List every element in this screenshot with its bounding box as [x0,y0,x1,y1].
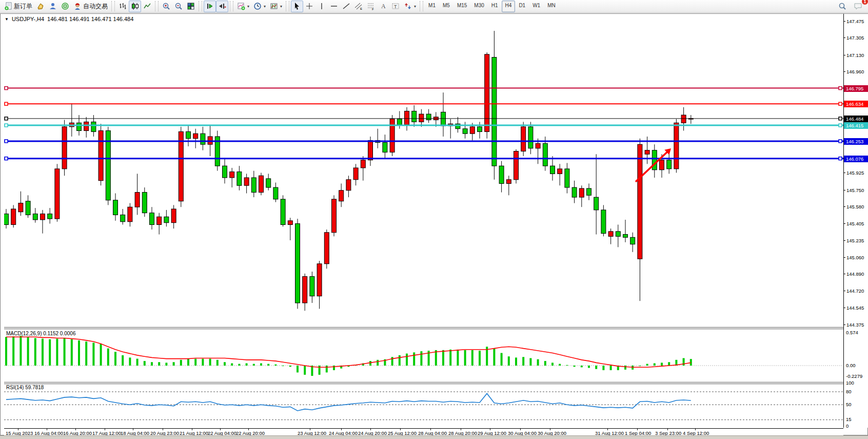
chart-shift-button[interactable] [216,1,228,12]
text-label-icon: T [391,2,400,10]
macd-histogram-bar [566,365,568,366]
periods-button[interactable]: ▾ [251,1,268,12]
text-label-button[interactable]: T [389,1,402,12]
cursor-icon [293,2,301,10]
candle-down [587,188,591,195]
candlestick-icon [131,2,139,10]
zoom-in-icon [162,2,170,10]
candle-up [485,54,489,132]
tab-m5[interactable]: M5 [439,1,453,12]
candle-down [4,214,9,225]
horizontal-line-button[interactable] [328,1,340,12]
macd-histogram-bar [406,354,408,366]
candle-up [339,190,344,201]
candle-up [324,233,329,264]
price-tick: 147.475 [846,18,864,24]
tab-m1[interactable]: M1 [425,1,439,12]
candle-up [11,209,16,224]
chart-shift-icon [218,2,226,10]
time-tick [192,429,192,430]
chevron-down-icon[interactable]: ▾ [264,4,266,9]
vertical-line-button[interactable] [315,1,328,12]
chevron-down-icon[interactable]: ▾ [247,4,249,9]
fibonacci-button[interactable]: F [365,1,377,12]
tab-h1[interactable]: H1 [488,1,502,12]
candle-down [601,210,606,234]
cursor-button[interactable] [291,1,303,12]
zoom-out-button[interactable] [172,1,185,12]
macd-histogram-bar [282,366,284,366]
template-button[interactable]: ▾ [268,1,284,12]
macd-panel-svg[interactable]: MACD(12,26,9) 0.1152 0.0006 [4,329,843,382]
price-tick: 145.235 [846,238,864,243]
time-tick [341,429,342,430]
indicators-button[interactable]: ▾ [235,1,251,12]
macd-histogram-bar [187,359,189,366]
macd-histogram-bar [151,362,153,366]
tab-m30[interactable]: M30 [470,1,487,12]
text-icon: A [379,2,387,10]
hline-handle[interactable] [839,140,842,143]
macd-histogram-bar [646,364,648,366]
signal-button[interactable] [59,1,71,12]
auto-scroll-button[interactable] [204,1,216,12]
main-chart-svg[interactable] [4,23,843,327]
macd-histogram-bar [588,366,590,368]
hline-handle[interactable] [5,157,8,160]
notifications-button[interactable]: 1 [852,1,865,12]
candle-down [201,133,205,144]
hline-handle[interactable] [5,102,8,105]
zoom-in-button[interactable] [160,1,172,12]
arrows-button[interactable]: ▾ [402,1,418,12]
rsi-line [6,393,691,411]
candle-down [164,217,169,222]
tab-h4[interactable]: H4 [502,1,516,12]
macd-histogram-bar [369,361,371,366]
tab-m15[interactable]: M15 [453,1,470,12]
tab-w1[interactable]: W1 [529,1,544,12]
candle-down [237,172,242,186]
hline-handle[interactable] [5,124,8,127]
candlestick-button[interactable] [129,1,141,12]
text-button[interactable]: A [377,1,389,12]
new-order-button[interactable]: 新订单 [2,1,34,12]
chevron-down-icon[interactable]: ▾ [414,4,416,9]
mql-community-button[interactable] [47,1,59,12]
macd-histogram-bar [5,337,7,366]
hline-handle[interactable] [839,157,842,160]
indicator-axis-tick: 0.574 [846,330,858,335]
chart-title-ohlc: 146.481 146.491 146.471 146.484 [47,16,133,22]
mt4-terminal: 新订单 自动交易 ▾ ▾ [0,0,868,439]
gold-chart-button[interactable] [34,1,47,12]
tile-windows-button[interactable] [185,1,197,12]
macd-histogram-bar [544,361,546,366]
hline-handle[interactable] [839,124,842,127]
hline-handle[interactable] [5,87,8,90]
chevron-down-icon[interactable]: ▾ [280,4,282,9]
hline-handle[interactable] [839,102,842,105]
hline-handle[interactable] [839,117,842,120]
time-tick [430,429,431,430]
zoom-out-icon [174,2,183,10]
search-button[interactable] [836,1,849,12]
time-tick [695,429,696,430]
candle-down [383,142,387,152]
macd-histogram-bar [253,364,255,366]
hline-handle[interactable] [5,117,8,120]
chevron-down-icon[interactable]: ▼ [5,17,9,22]
macd-histogram-bar [420,351,422,366]
hline-handle[interactable] [839,87,842,90]
auto-trading-button[interactable]: 自动交易 [71,1,110,12]
time-tick [47,429,47,430]
price-axis[interactable]: 147.475147.305147.130146.960145.925145.7… [843,14,868,428]
rsi-panel-svg[interactable]: RSI(14) 59.7818 [4,384,843,428]
tab-d1[interactable]: D1 [515,1,529,12]
crosshair-button[interactable] [303,1,315,12]
channel-button[interactable]: E [352,1,365,12]
bar-chart-button[interactable] [116,1,129,12]
trendline-button[interactable] [340,1,352,12]
tab-mn[interactable]: MN [544,1,559,12]
macd-histogram-bar [683,358,685,366]
hline-handle[interactable] [5,140,8,143]
line-chart-button[interactable] [141,1,153,12]
